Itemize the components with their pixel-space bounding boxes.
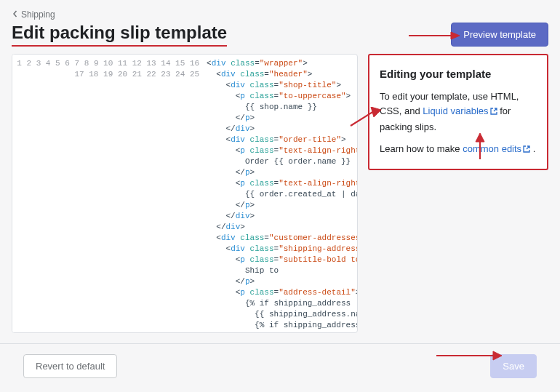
help-card: Editing your template To edit your templ… xyxy=(368,54,548,170)
page-title: Edit packing slip template xyxy=(12,23,227,47)
breadcrumb-back[interactable]: Shipping xyxy=(12,9,55,21)
chevron-left-icon xyxy=(12,9,19,20)
line-number-gutter: 1 2 3 4 5 6 7 8 9 10 11 12 13 14 15 16 1… xyxy=(12,55,205,332)
code-area[interactable]: <div class="wrapper"> <div class="header… xyxy=(205,55,357,332)
help-p2: Learn how to make common edits . xyxy=(380,142,537,157)
save-button[interactable]: Save xyxy=(490,354,537,378)
common-edits-link[interactable]: common edits xyxy=(463,143,530,154)
code-editor[interactable]: 1 2 3 4 5 6 7 8 9 10 11 12 13 14 15 16 1… xyxy=(12,54,358,333)
preview-template-button[interactable]: Preview template xyxy=(451,23,548,47)
liquid-variables-link[interactable]: Liquid variables xyxy=(423,105,497,116)
revert-to-default-button[interactable]: Revert to default xyxy=(23,354,117,378)
breadcrumb-label: Shipping xyxy=(21,9,55,20)
external-link-icon xyxy=(490,105,497,119)
external-link-icon xyxy=(523,143,530,157)
help-p1: To edit your template, use HTML, CSS, an… xyxy=(380,89,537,134)
help-heading: Editing your template xyxy=(380,65,537,82)
